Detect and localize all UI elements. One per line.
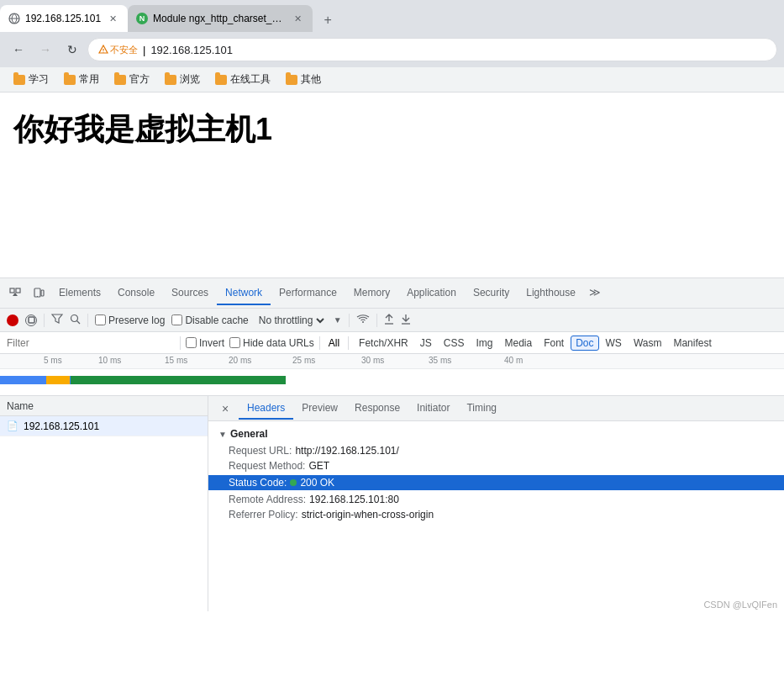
filter-type-css[interactable]: CSS xyxy=(439,336,470,351)
request-url-value: http://192.168.125.101/ xyxy=(295,445,398,457)
timeline-track xyxy=(0,369,784,396)
filter-type-js[interactable]: JS xyxy=(415,336,437,351)
headers-tab-headers[interactable]: Headers xyxy=(239,398,293,420)
hide-data-urls-checkbox[interactable] xyxy=(229,337,240,348)
filter-icon[interactable] xyxy=(51,313,63,327)
general-section-header[interactable]: ▼ General xyxy=(218,428,774,440)
filter-type-font[interactable]: Font xyxy=(539,336,569,351)
disable-cache-checkbox[interactable] xyxy=(171,314,182,325)
invert-checkbox-label[interactable]: Invert xyxy=(186,337,224,349)
bookmark-zaixiangongju[interactable]: 在线工具 xyxy=(208,70,277,89)
search-icon[interactable] xyxy=(70,314,81,327)
headers-tab-timing[interactable]: Timing xyxy=(458,398,505,420)
devtools-tab-memory[interactable]: Memory xyxy=(345,282,398,305)
remote-address-row: Remote Address: 192.168.125.101:80 xyxy=(218,494,774,505)
tab-2[interactable]: N Module ngx_http_charset_mo... ✕ xyxy=(128,5,313,32)
svg-rect-9 xyxy=(29,317,34,323)
all-filter-btn[interactable]: All xyxy=(325,336,343,350)
bookmark-changyong[interactable]: 常用 xyxy=(57,70,106,89)
nav-bar: ← → ↻ 不安全 | 192.168.125.101 xyxy=(0,32,784,67)
not-secure-text: 不安全 xyxy=(110,44,138,56)
wifi-icon xyxy=(356,314,370,326)
devtools-tab-lighthouse[interactable]: Lighthouse xyxy=(518,282,584,305)
disable-cache-checkbox-label[interactable]: Disable cache xyxy=(171,314,248,326)
tab2-close[interactable]: ✕ xyxy=(291,12,304,25)
filter-type-media[interactable]: Media xyxy=(499,336,537,351)
toolbar-divider xyxy=(44,314,45,327)
timeline-ruler: 5 ms 10 ms 15 ms 20 ms 25 ms 30 ms 35 ms… xyxy=(0,354,784,369)
devtools-tab-network[interactable]: Network xyxy=(217,282,271,305)
headers-tab-response[interactable]: Response xyxy=(346,398,408,420)
bookmark-label: 官方 xyxy=(129,72,150,87)
filter-type-manifest[interactable]: Manifest xyxy=(668,336,716,351)
devtools: Elements Console Sources Network Perform… xyxy=(0,277,784,611)
preserve-log-checkbox[interactable] xyxy=(95,314,106,325)
devtools-tab-performance[interactable]: Performance xyxy=(271,282,345,305)
tab2-favicon: N xyxy=(136,13,148,24)
headers-tab-preview[interactable]: Preview xyxy=(293,398,346,420)
status-dot-icon xyxy=(290,479,297,486)
referrer-policy-row: Referrer Policy: strict-origin-when-cros… xyxy=(218,509,774,521)
bookmark-qita[interactable]: 其他 xyxy=(279,70,328,89)
devtools-tab-application[interactable]: Application xyxy=(398,282,465,305)
record-button[interactable] xyxy=(7,314,18,326)
filter-type-fetchxhr[interactable]: Fetch/XHR xyxy=(354,336,413,351)
headers-close-button[interactable]: × xyxy=(215,399,235,419)
bookmark-label: 其他 xyxy=(301,72,321,87)
devtools-tab-elements[interactable]: Elements xyxy=(50,282,109,305)
request-method-value: GET xyxy=(308,460,329,472)
general-section-label: General xyxy=(230,428,268,440)
folder-icon xyxy=(286,75,297,85)
bookmark-label: 浏览 xyxy=(180,72,200,87)
svg-rect-6 xyxy=(34,288,40,297)
toolbar-divider2 xyxy=(87,314,88,327)
address-bar[interactable]: 不安全 | 192.168.125.101 xyxy=(87,38,777,61)
security-warning: 不安全 xyxy=(98,44,138,56)
bookmark-xuexi[interactable]: 学习 xyxy=(7,70,55,89)
svg-point-10 xyxy=(71,314,78,321)
address-separator: | xyxy=(143,44,145,56)
page-content: 你好我是虚拟主机1 xyxy=(0,92,784,277)
svg-rect-7 xyxy=(41,290,44,296)
headers-tab-initiator[interactable]: Initiator xyxy=(408,398,458,420)
disable-cache-label: Disable cache xyxy=(185,314,248,326)
bookmark-guanfang[interactable]: 官方 xyxy=(108,70,156,89)
filter-divider3 xyxy=(348,336,349,350)
tab2-title: Module ngx_http_charset_mo... xyxy=(153,13,286,24)
network-pane: Name 📄 192.168.125.101 × Headers Preview… xyxy=(0,396,784,611)
timeline-mark-5ms: 5 ms xyxy=(44,356,62,365)
bookmark-liulan[interactable]: 浏览 xyxy=(158,70,207,89)
devtools-tab-security[interactable]: Security xyxy=(465,282,518,305)
svg-point-3 xyxy=(103,51,103,52)
timeline-mark-40ms: 40 m xyxy=(504,356,523,365)
clear-button[interactable] xyxy=(25,314,37,326)
devtools-select-icon[interactable] xyxy=(3,282,27,305)
invert-checkbox[interactable] xyxy=(186,337,197,348)
back-button[interactable]: ← xyxy=(7,38,30,61)
devtools-tab-console[interactable]: Console xyxy=(109,282,163,305)
tab1-close[interactable]: ✕ xyxy=(106,12,119,25)
filter-type-ws[interactable]: WS xyxy=(601,336,627,351)
devtools-device-icon[interactable] xyxy=(27,282,50,305)
tab-1[interactable]: 192.168.125.101 ✕ xyxy=(0,5,128,32)
new-tab-button[interactable]: + xyxy=(316,8,339,32)
devtools-tab-sources[interactable]: Sources xyxy=(163,282,217,305)
filter-type-wasm[interactable]: Wasm xyxy=(629,336,667,351)
hide-data-urls-checkbox-label[interactable]: Hide data URLs xyxy=(229,337,314,349)
filter-type-doc[interactable]: Doc xyxy=(571,336,598,351)
remote-address-value: 192.168.125.101:80 xyxy=(309,494,399,505)
filter-type-img[interactable]: Img xyxy=(471,336,497,351)
file-list-header: Name xyxy=(0,396,208,416)
forward-button[interactable]: → xyxy=(34,38,57,61)
request-method-row: Request Method: GET xyxy=(218,460,774,472)
throttle-select[interactable]: No throttling Slow 3G Fast 3G Offline xyxy=(255,314,327,327)
svg-rect-4 xyxy=(10,288,14,293)
preserve-log-checkbox-label[interactable]: Preserve log xyxy=(95,314,165,326)
file-list-row[interactable]: 📄 192.168.125.101 xyxy=(0,416,208,436)
filter-divider1 xyxy=(180,336,181,350)
reload-button[interactable]: ↻ xyxy=(61,38,84,61)
invert-label: Invert xyxy=(199,337,224,349)
folder-icon xyxy=(64,75,76,85)
filter-input[interactable] xyxy=(7,337,175,349)
devtools-tab-overflow[interactable]: ≫ xyxy=(584,283,606,304)
